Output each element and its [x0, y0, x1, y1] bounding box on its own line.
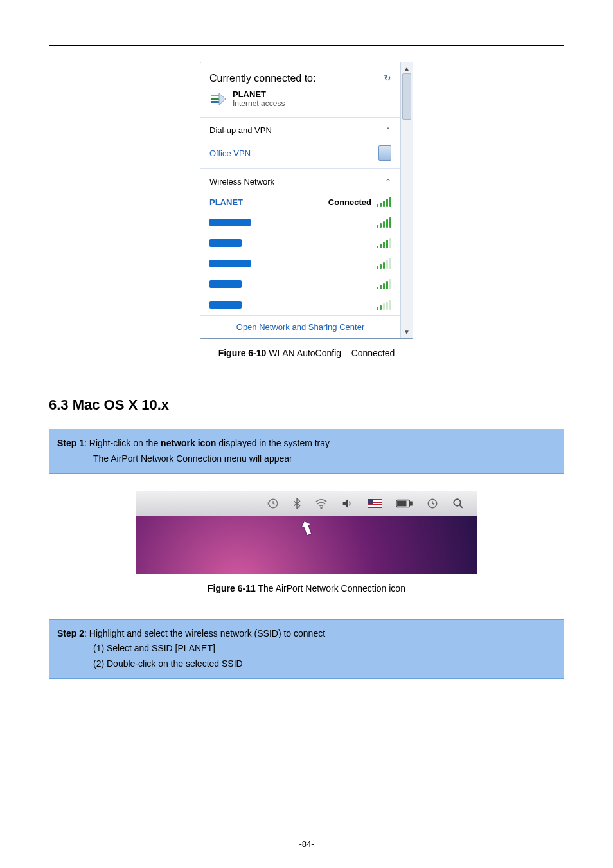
step1-line1: Step 1: Right-click on the network icon …: [57, 436, 556, 451]
svg-rect-9: [368, 499, 373, 504]
network-name: PLANET: [233, 89, 285, 99]
step2-line1: Step 2: Highlight and select the wireles…: [57, 626, 556, 642]
vpn-name: Office VPN: [209, 149, 251, 158]
network-globe-icon: [209, 91, 227, 107]
svg-rect-11: [410, 502, 412, 505]
redacted-ssid: [209, 260, 251, 267]
section-heading: 6.3 Mac OS X 10.x: [49, 397, 564, 413]
signal-icon: [377, 238, 391, 248]
step2-text: : Highlight and select the wireless netw…: [84, 628, 325, 638]
ssid-item[interactable]: [200, 253, 400, 274]
ssid-item[interactable]: [200, 294, 400, 315]
mac-desktop: ⬆: [136, 516, 477, 574]
ssid-item[interactable]: [200, 212, 400, 233]
signal-icon: [377, 279, 391, 289]
step2-item1: (1) Select and SSID [PLANET]: [57, 641, 556, 656]
wifi-icon[interactable]: [315, 498, 328, 509]
redacted-ssid: [209, 219, 251, 226]
step1-text-b: network icon: [161, 438, 216, 448]
cursor-arrow-icon: ⬆: [296, 516, 317, 541]
svg-rect-8: [368, 505, 382, 507]
svg-rect-12: [398, 501, 406, 505]
document-page: Currently connected to: ↻ PLANET Interne…: [0, 0, 613, 868]
step2-box: Step 2: Highlight and select the wireles…: [49, 619, 564, 679]
signal-icon: [377, 258, 391, 269]
scrollbar[interactable]: ▲ ▼: [400, 62, 413, 338]
wireless-label: Wireless Network: [209, 177, 274, 186]
signal-icon: [377, 197, 391, 207]
page-number: -84-: [0, 839, 613, 849]
network-status: Internet access: [233, 99, 285, 108]
network-center-label: Open Network and Sharing Center: [236, 322, 364, 332]
ssid-item[interactable]: [200, 233, 400, 253]
figure-text: WLAN AutoConfig – Connected: [266, 348, 395, 358]
scroll-down-icon[interactable]: ▼: [404, 329, 410, 336]
timemachine-icon[interactable]: [267, 498, 279, 509]
connected-network-text: PLANET Internet access: [233, 89, 285, 108]
figure-number: Figure 6-10: [218, 348, 267, 358]
step1-line2: The AirPort Network Connection menu will…: [57, 451, 556, 467]
step2-label: Step 2: [57, 628, 84, 638]
ssid-item-planet[interactable]: PLANET Connected: [200, 192, 400, 212]
redacted-ssid: [209, 280, 242, 288]
scroll-thumb[interactable]: [402, 73, 411, 120]
separator: [200, 168, 400, 169]
dialup-label: Dial-up and VPN: [209, 125, 272, 135]
figure-wlan-wrapper: Currently connected to: ↻ PLANET Interne…: [49, 62, 564, 339]
scroll-up-icon[interactable]: ▲: [404, 65, 410, 72]
network-center-link[interactable]: Open Network and Sharing Center: [200, 315, 400, 338]
step1-box: Step 1: Right-click on the network icon …: [49, 429, 564, 474]
chevron-up-icon: ⌃: [385, 177, 391, 186]
separator: [200, 117, 400, 118]
currently-connected-label: Currently connected to:: [209, 73, 315, 84]
wlan-header-row: Currently connected to: ↻: [200, 69, 400, 89]
vpn-item-office[interactable]: Office VPN: [200, 140, 400, 166]
header-rule: [49, 45, 564, 46]
figure-number: Figure 6-11: [208, 583, 256, 593]
refresh-icon[interactable]: ↻: [384, 73, 391, 83]
wlan-body: Currently connected to: ↻ PLANET Interne…: [200, 62, 400, 338]
step2-item2: (2) Double-click on the selected SSID: [57, 656, 556, 672]
figure-text: The AirPort Network Connection icon: [256, 583, 405, 593]
flag-icon[interactable]: [368, 499, 382, 508]
figure-mac-menubar: ⬆: [136, 491, 477, 574]
clock-icon[interactable]: [427, 498, 438, 509]
signal-icon: [377, 300, 391, 310]
bluetooth-icon[interactable]: [293, 498, 301, 509]
connected-label: Connected: [328, 197, 371, 207]
figure-caption: Figure 6-10 WLAN AutoConfig – Connected: [49, 348, 564, 358]
redacted-ssid: [209, 239, 242, 247]
svg-point-4: [321, 507, 322, 508]
figure-caption: Figure 6-11 The AirPort Network Connecti…: [49, 583, 564, 593]
signal-icon: [377, 217, 391, 228]
step1-text-a: : Right-click on the: [84, 438, 161, 448]
svg-point-14: [454, 499, 461, 506]
dialup-section-header[interactable]: Dial-up and VPN ⌃: [200, 120, 400, 140]
ssid-status-group: Connected: [328, 197, 391, 207]
ssid-name: PLANET: [209, 197, 243, 207]
volume-icon[interactable]: [342, 498, 353, 509]
wireless-section-header[interactable]: Wireless Network ⌃: [200, 172, 400, 192]
wlan-autoconfig-window: Currently connected to: ↻ PLANET Interne…: [200, 62, 413, 339]
connected-network-row[interactable]: PLANET Internet access: [200, 89, 400, 114]
ssid-item[interactable]: [200, 274, 400, 294]
step1-label: Step 1: [57, 438, 84, 448]
mac-menubar: [136, 491, 477, 516]
vpn-icon: [378, 145, 391, 161]
chevron-up-icon: ⌃: [385, 126, 391, 135]
step1-text-c: displayed in the system tray: [216, 438, 330, 448]
battery-icon[interactable]: [396, 499, 413, 508]
spotlight-icon[interactable]: [452, 498, 464, 509]
redacted-ssid: [209, 301, 242, 309]
